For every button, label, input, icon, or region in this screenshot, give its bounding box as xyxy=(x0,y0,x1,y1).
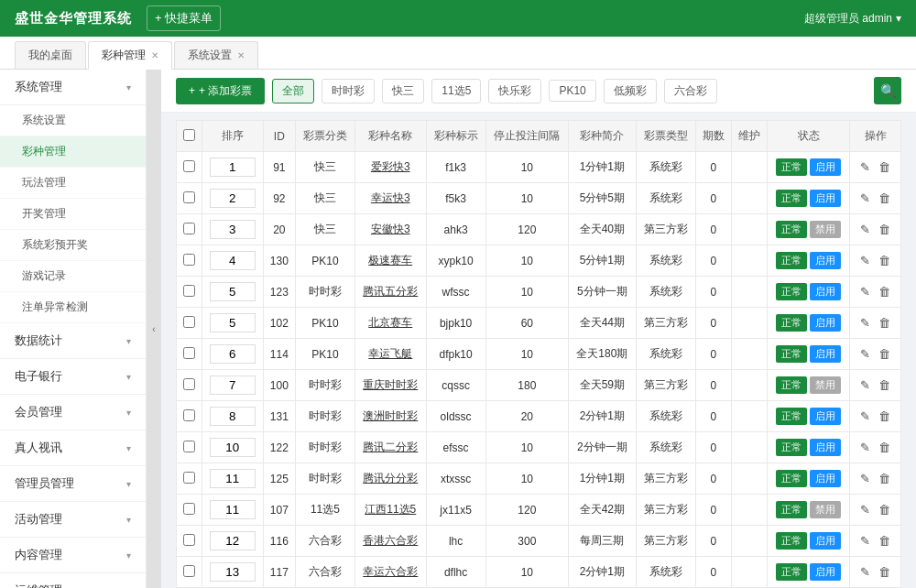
edit-button[interactable]: ✎ xyxy=(857,472,873,485)
sidebar-group-content-title[interactable]: 内容管理 ▾ xyxy=(0,538,146,573)
edit-button[interactable]: ✎ xyxy=(857,316,873,330)
lottery-name-link[interactable]: 极速赛车 xyxy=(368,254,412,267)
tab-lottery-manage[interactable]: 彩种管理 ✕ xyxy=(88,41,172,70)
row-checkbox[interactable] xyxy=(183,160,195,172)
sidebar-group-live-title[interactable]: 真人视讯 ▾ xyxy=(0,430,146,466)
edit-button[interactable]: ✎ xyxy=(857,534,873,548)
filter-lhc[interactable]: 六合彩 xyxy=(664,79,717,103)
sidebar-collapse-btn[interactable]: ‹ xyxy=(147,70,161,588)
row-checkbox[interactable] xyxy=(183,565,195,577)
filter-ssc[interactable]: 时时彩 xyxy=(322,79,375,103)
sidebar-group-admin-title[interactable]: 管理员管理 ▾ xyxy=(0,466,146,502)
sidebar-group-system-title[interactable]: 系统管理 ▾ xyxy=(0,70,146,105)
cell-sort[interactable] xyxy=(202,463,263,495)
row-checkbox[interactable] xyxy=(183,316,195,328)
tab-desktop[interactable]: 我的桌面 xyxy=(15,41,86,69)
cell-sort[interactable] xyxy=(202,308,263,339)
sort-input[interactable] xyxy=(210,220,256,239)
cell-sort[interactable] xyxy=(202,152,263,183)
cell-sort[interactable] xyxy=(202,183,263,214)
edit-button[interactable]: ✎ xyxy=(857,160,873,174)
sidebar-item-lottery-manage[interactable]: 彩种管理 xyxy=(0,136,146,168)
row-checkbox[interactable] xyxy=(183,378,195,390)
cell-name[interactable]: 江西11选5 xyxy=(354,495,426,526)
lottery-name-link[interactable]: 香港六合彩 xyxy=(363,534,418,547)
lottery-name-link[interactable]: 爱彩快3 xyxy=(371,160,410,173)
sort-input[interactable] xyxy=(210,562,256,582)
edit-button[interactable]: ✎ xyxy=(857,441,873,454)
row-checkbox[interactable] xyxy=(183,534,195,546)
cell-sort[interactable] xyxy=(202,339,263,370)
sidebar-group-ops-title[interactable]: 运维管理 ▾ xyxy=(0,573,146,588)
cell-checkbox[interactable] xyxy=(177,463,202,495)
row-checkbox[interactable] xyxy=(183,409,195,421)
row-checkbox[interactable] xyxy=(183,285,195,297)
edit-button[interactable]: ✎ xyxy=(857,347,873,361)
sidebar-group-bank-title[interactable]: 电子银行 ▾ xyxy=(0,359,146,395)
cell-checkbox[interactable] xyxy=(177,370,202,401)
lottery-name-link[interactable]: 澳洲时时彩 xyxy=(363,409,418,422)
add-lottery-button[interactable]: + + 添加彩票 xyxy=(176,78,265,104)
sort-input[interactable] xyxy=(210,500,256,519)
sidebar-item-anomaly-check[interactable]: 注单异常检测 xyxy=(0,292,146,323)
row-checkbox[interactable] xyxy=(183,223,195,234)
cell-checkbox[interactable] xyxy=(177,214,202,245)
row-checkbox[interactable] xyxy=(183,503,195,515)
cell-sort[interactable] xyxy=(202,370,263,401)
cell-name[interactable]: 幸运六合彩 xyxy=(354,557,426,588)
sort-input[interactable] xyxy=(210,344,256,364)
filter-pk10[interactable]: PK10 xyxy=(549,80,595,102)
cell-name[interactable]: 北京赛车 xyxy=(354,308,426,339)
row-checkbox[interactable] xyxy=(183,254,195,266)
delete-button[interactable]: 🗑 xyxy=(876,285,893,299)
cell-checkbox[interactable] xyxy=(177,432,202,463)
cell-checkbox[interactable] xyxy=(177,557,202,588)
cell-name[interactable]: 爱彩快3 xyxy=(354,152,426,183)
delete-button[interactable]: 🗑 xyxy=(876,378,893,392)
cell-name[interactable]: 腾讯二分彩 xyxy=(354,432,426,463)
edit-button[interactable]: ✎ xyxy=(857,223,873,236)
search-button[interactable]: 🔍 xyxy=(874,77,901,104)
row-checkbox[interactable] xyxy=(183,472,195,484)
cell-name[interactable]: 重庆时时彩 xyxy=(354,370,426,401)
tab-system-close[interactable]: ✕ xyxy=(237,50,245,60)
lottery-name-link[interactable]: 江西11选5 xyxy=(365,503,416,516)
row-checkbox[interactable] xyxy=(183,347,195,359)
lottery-name-link[interactable]: 腾讯分分彩 xyxy=(363,472,418,485)
delete-button[interactable]: 🗑 xyxy=(876,534,893,548)
edit-button[interactable]: ✎ xyxy=(857,565,873,579)
sort-input[interactable] xyxy=(210,313,256,332)
edit-button[interactable]: ✎ xyxy=(857,285,873,299)
delete-button[interactable]: 🗑 xyxy=(876,347,893,361)
filter-kle[interactable]: 快乐彩 xyxy=(488,79,541,103)
cell-sort[interactable] xyxy=(202,245,263,277)
cell-sort[interactable] xyxy=(202,432,263,463)
sort-input[interactable] xyxy=(210,282,256,301)
sort-input[interactable] xyxy=(210,189,256,208)
sidebar-item-draw-manage[interactable]: 开奖管理 xyxy=(0,199,146,230)
edit-button[interactable]: ✎ xyxy=(857,191,873,205)
delete-button[interactable]: 🗑 xyxy=(876,565,893,579)
sort-input[interactable] xyxy=(210,469,256,488)
lottery-name-link[interactable]: 腾讯二分彩 xyxy=(363,441,418,453)
delete-button[interactable]: 🗑 xyxy=(876,223,893,236)
delete-button[interactable]: 🗑 xyxy=(876,409,893,423)
filter-all[interactable]: 全部 xyxy=(272,79,314,103)
cell-name[interactable]: 幸运飞艇 xyxy=(354,339,426,370)
sidebar-item-play-manage[interactable]: 玩法管理 xyxy=(0,168,146,199)
lottery-name-link[interactable]: 幸运飞艇 xyxy=(368,347,412,360)
cell-sort[interactable] xyxy=(202,557,263,588)
cell-sort[interactable] xyxy=(202,214,263,245)
lottery-name-link[interactable]: 腾讯五分彩 xyxy=(363,285,418,298)
cell-checkbox[interactable] xyxy=(177,183,202,214)
cell-name[interactable]: 香港六合彩 xyxy=(354,526,426,557)
cell-name[interactable]: 腾讯分分彩 xyxy=(354,463,426,495)
sidebar-item-pre-draw[interactable]: 系统彩预开奖 xyxy=(0,230,146,261)
tab-system-settings[interactable]: 系统设置 ✕ xyxy=(174,41,258,69)
filter-low-freq[interactable]: 低频彩 xyxy=(604,79,657,103)
cell-sort[interactable] xyxy=(202,495,263,526)
lottery-name-link[interactable]: 北京赛车 xyxy=(368,316,412,329)
row-checkbox[interactable] xyxy=(183,441,195,452)
cell-checkbox[interactable] xyxy=(177,526,202,557)
sort-input[interactable] xyxy=(210,376,256,395)
